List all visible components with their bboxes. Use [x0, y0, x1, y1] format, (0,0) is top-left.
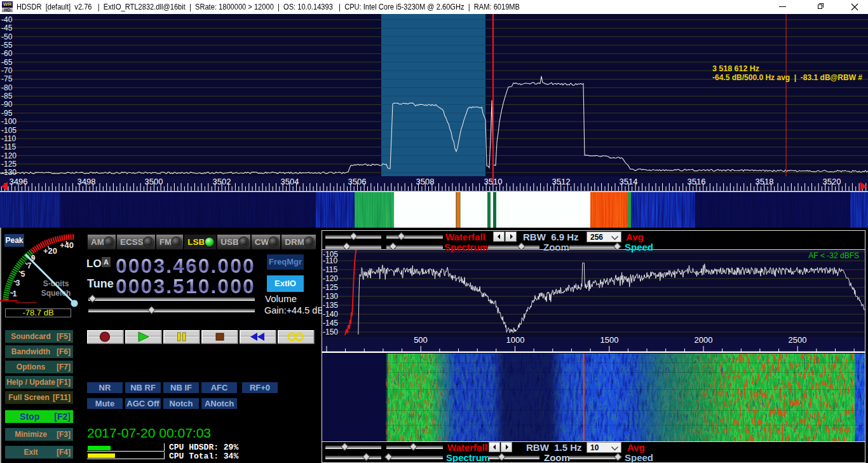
svg-text:-125: -125: [323, 283, 338, 292]
svg-text:-125: -125: [1, 160, 17, 169]
svg-text:2500: 2500: [789, 335, 807, 345]
svg-text:-45: -45: [1, 24, 13, 32]
svg-text:3 518 612 Hz: 3 518 612 Hz: [712, 64, 759, 73]
svg-text:1: 1: [13, 289, 17, 298]
svg-text:-100: -100: [1, 117, 17, 126]
svg-text:-135: -135: [323, 301, 338, 310]
svg-text:-75: -75: [1, 74, 13, 83]
svg-text:-130: -130: [323, 292, 338, 301]
svg-text:-150: -150: [323, 328, 338, 336]
svg-text:-140: -140: [323, 310, 338, 319]
svg-text:3: 3: [16, 279, 20, 287]
svg-text:1500: 1500: [600, 335, 619, 345]
svg-text:-90: -90: [1, 100, 13, 109]
svg-text:S-units: S-units: [43, 279, 69, 288]
svg-text:1000: 1000: [506, 335, 525, 345]
svg-text:7: 7: [27, 261, 32, 270]
svg-text:-110: -110: [1, 134, 16, 143]
svg-text:-110: -110: [323, 256, 337, 265]
svg-text:-70: -70: [1, 66, 13, 75]
svg-text:-80: -80: [1, 83, 13, 92]
svg-text:+20: +20: [43, 246, 57, 256]
svg-text:5: 5: [21, 270, 25, 279]
svg-text:-145: -145: [323, 319, 338, 328]
svg-text:+40: +40: [60, 240, 74, 250]
svg-text:-40: -40: [1, 15, 13, 24]
svg-text:500: 500: [414, 335, 428, 345]
svg-text:-50: -50: [1, 32, 13, 41]
svg-text:-85: -85: [1, 92, 13, 100]
svg-text:-60: -60: [1, 49, 13, 58]
svg-text:-105: -105: [1, 126, 17, 135]
svg-text:-130: -130: [1, 168, 17, 176]
svg-text:2000: 2000: [695, 335, 713, 345]
svg-text:-65: -65: [1, 58, 13, 67]
svg-text:AF < -32 dBFS: AF < -32 dBFS: [808, 251, 859, 260]
svg-text:-120: -120: [1, 151, 17, 160]
svg-text:-115: -115: [323, 265, 337, 274]
svg-text:-115: -115: [1, 142, 16, 151]
svg-text:-95: -95: [1, 109, 13, 118]
svg-text:-64.5 dB/500.0 Hz avg | -83.: -64.5 dB/500.0 Hz avg | -83.1 dB@RBW #: [712, 73, 863, 82]
svg-text:-55: -55: [1, 41, 13, 50]
svg-text:-120: -120: [323, 274, 338, 283]
